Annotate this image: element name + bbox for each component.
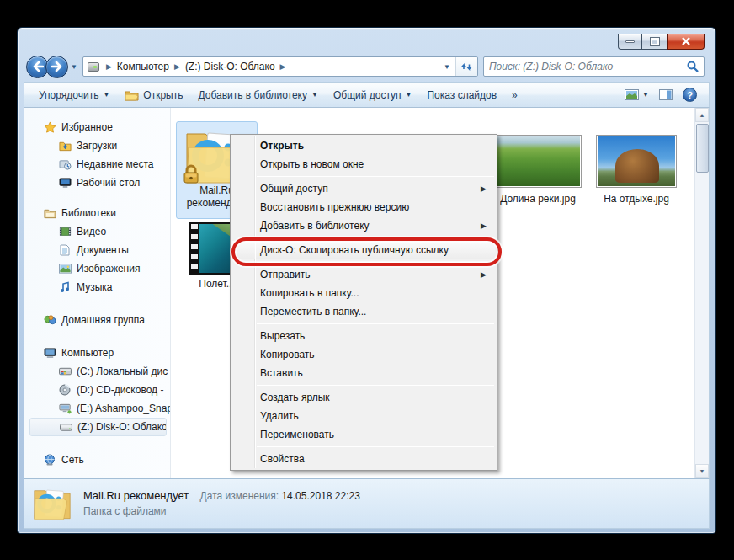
menu-item-share[interactable]: Общий доступ▶ [232,179,495,198]
sidebar-item-favorites[interactable]: Избранное [29,118,170,136]
recent-pages-chevron-icon[interactable]: ▼ [71,63,77,71]
scroll-down-button[interactable]: ▼ [695,464,709,478]
sidebar-item-drive-z[interactable]: (Z:) Disk-O: Облако [29,418,167,436]
sidebar-item-label: Избранное [61,121,113,133]
forward-button[interactable] [45,56,68,78]
title-bar[interactable] [18,28,715,51]
menu-item-move-to-folder[interactable]: Переместить в папку... [232,302,495,321]
sidebar-item-drive-c[interactable]: (C:) Локальный дис [29,362,170,381]
menu-item-copy[interactable]: Копировать [232,345,495,364]
breadcrumb-item-computer[interactable]: Компьютер [117,61,169,72]
organize-button[interactable]: Упорядочить▼ [31,86,117,104]
modified-value: 14.05.2018 22:23 [281,490,359,502]
menu-separator [257,237,494,238]
search-input[interactable] [489,61,687,72]
vertical-scrollbar[interactable]: ▲ ▼ [694,108,709,478]
menu-separator [257,262,494,263]
sidebar-item-label: Недавние места [77,158,153,170]
breadcrumb-separator-icon: ▶ [174,62,180,71]
menu-item-add-to-library[interactable]: Добавить в библиотеку▶ [232,216,495,235]
refresh-button[interactable] [455,57,477,76]
sidebar-item-documents[interactable]: Документы [29,241,170,259]
menu-item-create-shortcut[interactable]: Создать ярлык [232,388,495,407]
menu-item-label: Восстановить прежнюю версию [260,201,409,213]
change-view-button[interactable]: ▼ [620,87,654,103]
back-arrow-icon [32,61,44,72]
menu-item-disk-o-copy-public-link[interactable]: Диск-О: Скопировать публичную ссылку [232,241,495,259]
sidebar-item-computer[interactable]: Компьютер [29,344,170,362]
chevron-down-icon: ▼ [311,91,318,99]
help-icon: ? [683,88,697,102]
sidebar-item-label: Компьютер [61,347,114,359]
open-button[interactable]: Открыть [117,86,190,104]
sidebar-item-drive-d[interactable]: (D:) CD-дисковод - [29,381,170,399]
menu-item-delete[interactable]: Удалить [232,407,495,425]
submenu-arrow-icon: ▶ [481,270,487,279]
refresh-icon [461,61,472,72]
command-toolbar: Упорядочить▼ Открыть Добавить в библиоте… [24,82,710,108]
menu-item-open[interactable]: Открыть [232,136,495,155]
menu-item-label: Создать ярлык [260,392,330,403]
sidebar-item-drive-e[interactable]: (E:) Ashampoo_Snap [29,399,170,418]
sidebar-item-downloads[interactable]: Загрузки [29,136,170,155]
image-thumbnail [596,135,677,188]
address-dropdown-chevron-icon[interactable]: ▼ [439,63,455,71]
add-to-library-button[interactable]: Добавить в библиотеку▼ [190,86,325,104]
breadcrumb-separator-icon: ▶ [106,62,112,71]
scrollbar-thumb[interactable] [696,124,709,173]
sidebar-item-libraries[interactable]: Библиотеки [29,204,170,222]
menu-item-rename[interactable]: Переименовать [232,425,495,444]
sidebar-item-network[interactable]: Сеть [29,451,170,469]
scroll-up-button[interactable]: ▲ [695,108,709,122]
sidebar-item-videos[interactable]: Видео [29,222,170,241]
sidebar-item-desktop[interactable]: Рабочий стол [29,173,170,192]
menu-item-label: Вставить [260,367,303,379]
sidebar-item-pictures[interactable]: Изображения [29,259,170,278]
menu-item-paste[interactable]: Вставить [232,364,495,382]
cloud-drive-icon [59,420,72,434]
menu-item-open-new-window[interactable]: Открыть в новом окне [232,155,495,173]
slideshow-button[interactable]: Показ слайдов [419,86,504,104]
search-icon[interactable] [687,61,699,72]
submenu-arrow-icon: ▶ [481,184,487,193]
menu-item-properties[interactable]: Свойства [232,450,495,468]
address-bar[interactable]: ▶ Компьютер ▶ (Z:) Disk-O: Облако ▶ ▼ [82,56,478,77]
file-item-rest-image[interactable]: На отдыхе.jpg [592,135,681,205]
menu-item-restore-previous[interactable]: Восстановить прежнюю версию [232,198,495,216]
menu-item-cut[interactable]: Вырезать [232,327,495,345]
location-drive-icon [88,60,101,73]
minimize-button[interactable] [618,34,642,50]
sidebar-item-label: Домашняя группа [61,314,145,326]
sidebar-item-label: Рабочий стол [77,177,140,189]
details-pane: Mail.Ru рекомендует Дата изменения: 14.0… [24,478,710,529]
file-name-label: На отдыхе.jpg [604,193,669,205]
close-icon [682,37,690,45]
sidebar-item-label: (Z:) Disk-O: Облако [77,421,167,433]
sidebar-item-recent-places[interactable]: Недавние места [29,155,170,173]
preview-pane-button[interactable] [654,87,678,103]
menu-item-send-to[interactable]: Отправить▶ [232,265,495,284]
menu-item-copy-to-folder[interactable]: Копировать в папку... [232,284,495,302]
submenu-arrow-icon: ▶ [481,221,487,230]
context-menu: Открыть Открыть в новом окне Общий досту… [230,134,497,471]
toolbar-overflow-button[interactable]: » [504,86,525,104]
downloads-folder-icon [58,139,72,152]
close-button[interactable] [667,34,705,50]
network-drive-icon [58,402,72,415]
slideshow-label: Показ слайдов [427,89,497,101]
help-button[interactable]: ? [678,85,702,104]
share-button[interactable]: Общий доступ▼ [326,86,420,104]
organize-label: Упорядочить [39,89,98,101]
menu-separator [257,176,494,177]
search-box[interactable] [483,56,705,77]
views-icon [625,89,639,100]
breadcrumb-item-disk-o[interactable]: (Z:) Disk-O: Облако [185,61,275,72]
sidebar-item-label: (C:) Локальный дис [77,365,168,377]
file-item-valley-image[interactable]: Долина реки.jpg [491,135,585,205]
navigation-bar: ▼ ▶ Компьютер ▶ (Z:) Disk-O: Облако ▶ ▼ [18,51,715,82]
sidebar-item-music[interactable]: Музыка [29,278,170,296]
documents-icon [58,243,72,257]
sidebar-item-homegroup[interactable]: Домашняя группа [29,311,170,329]
maximize-button[interactable] [642,34,667,50]
menu-item-label: Свойства [260,453,305,465]
